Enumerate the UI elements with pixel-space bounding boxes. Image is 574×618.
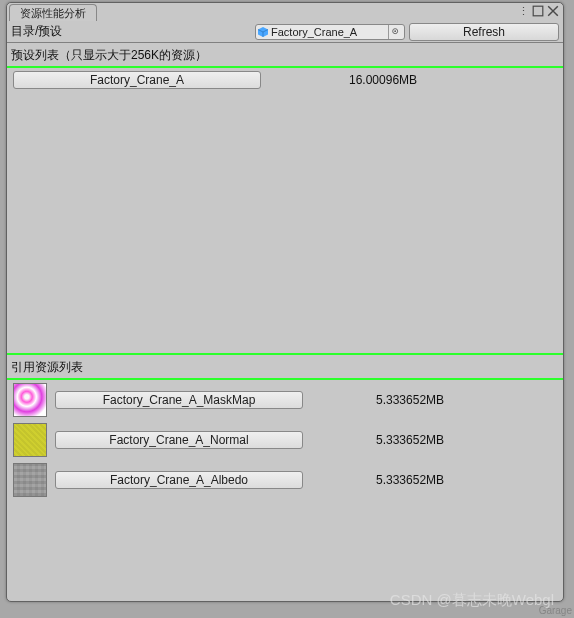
bg-label: Garage <box>539 605 572 616</box>
ref-item-button[interactable]: Factory_Crane_A_Albedo <box>55 471 303 489</box>
prefab-cube-icon <box>258 27 268 37</box>
list-item: Factory_Crane_A_Normal 5.333652MB <box>7 420 563 460</box>
editor-window: 资源性能分析 ⋮ 目录/预设 Factory_Crane_A Refresh 预… <box>6 2 564 602</box>
texture-thumbnail[interactable] <box>13 383 47 417</box>
object-picker-icon[interactable] <box>388 25 402 39</box>
preset-section-label: 预设列表（只显示大于256K的资源） <box>7 43 563 66</box>
list-item: Factory_Crane_A_Albedo 5.333652MB <box>7 460 563 500</box>
refresh-button[interactable]: Refresh <box>409 23 559 41</box>
ref-section-label: 引用资源列表 <box>7 355 563 378</box>
list-item: Factory_Crane_A_MaskMap 5.333652MB <box>7 380 563 420</box>
ref-item-size: 5.333652MB <box>376 393 444 407</box>
maximize-icon[interactable] <box>532 5 544 17</box>
list-item: Factory_Crane_A 16.00096MB <box>7 68 563 92</box>
ref-item-size: 5.333652MB <box>376 433 444 447</box>
object-name: Factory_Crane_A <box>271 26 388 38</box>
window-tab[interactable]: 资源性能分析 <box>9 4 97 21</box>
texture-thumbnail[interactable] <box>13 463 47 497</box>
window-controls: ⋮ <box>517 3 563 17</box>
close-icon[interactable] <box>547 5 559 17</box>
ref-item-size: 5.333652MB <box>376 473 444 487</box>
texture-thumbnail[interactable] <box>13 423 47 457</box>
preset-list: Factory_Crane_A 16.00096MB <box>7 68 563 353</box>
object-field[interactable]: Factory_Crane_A <box>255 24 405 40</box>
ref-item-button[interactable]: Factory_Crane_A_MaskMap <box>55 391 303 409</box>
svg-rect-0 <box>533 6 543 16</box>
preset-item-button[interactable]: Factory_Crane_A <box>13 71 261 89</box>
path-label: 目录/预设 <box>11 23 62 40</box>
titlebar: 资源性能分析 ⋮ <box>7 3 563 21</box>
ref-item-button[interactable]: Factory_Crane_A_Normal <box>55 431 303 449</box>
toolbar: 目录/预设 Factory_Crane_A Refresh <box>7 21 563 43</box>
preset-item-size: 16.00096MB <box>349 73 417 87</box>
menu-icon[interactable]: ⋮ <box>517 5 529 17</box>
reference-list: Factory_Crane_A_MaskMap 5.333652MB Facto… <box>7 380 563 601</box>
svg-point-6 <box>394 30 396 32</box>
